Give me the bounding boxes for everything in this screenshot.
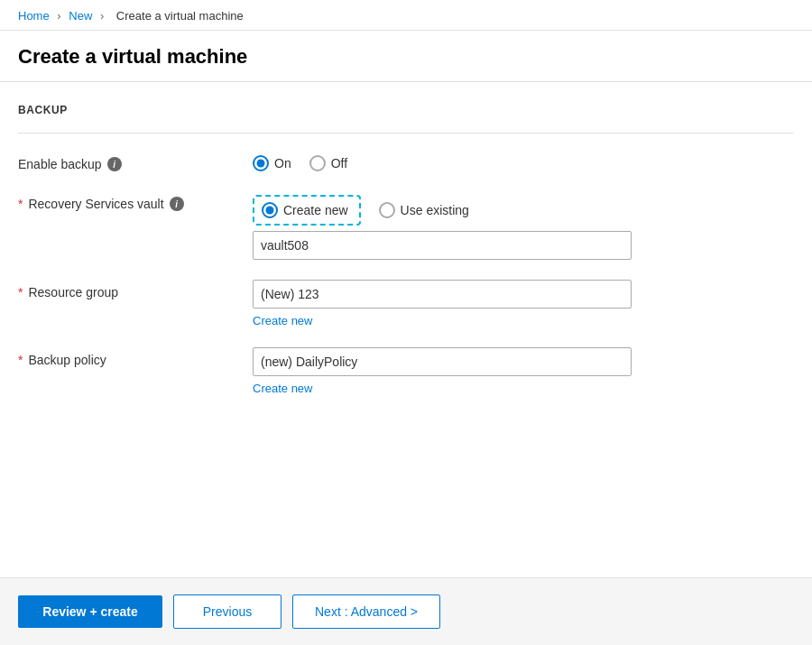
enable-backup-info-icon: i — [107, 157, 122, 171]
backup-policy-required: * — [18, 353, 23, 367]
section-divider — [18, 133, 794, 134]
recovery-vault-use-existing-option[interactable]: Use existing — [379, 202, 469, 218]
resource-group-input[interactable] — [253, 280, 632, 309]
resource-group-row: * Resource group Create new — [18, 280, 794, 327]
backup-policy-label: * Backup policy — [18, 347, 253, 367]
recovery-vault-control: Create new Use existing — [253, 191, 794, 260]
recovery-vault-use-existing-radio[interactable] — [379, 202, 395, 218]
breadcrumb-sep2: › — [100, 9, 107, 23]
breadcrumb: Home › New › Create a virtual machine — [0, 0, 812, 31]
recovery-vault-input[interactable] — [253, 231, 632, 260]
backup-policy-control: Create new — [253, 347, 794, 395]
recovery-vault-create-new-option[interactable]: Create new — [262, 202, 348, 218]
backup-policy-create-new-link[interactable]: Create new — [253, 382, 794, 395]
footer: Review + create Previous Next : Advanced… — [0, 577, 812, 645]
next-advanced-button[interactable]: Next : Advanced > — [292, 594, 440, 629]
resource-group-required: * — [18, 285, 23, 299]
breadcrumb-current: Create a virtual machine — [116, 9, 244, 23]
review-create-button[interactable]: Review + create — [18, 595, 162, 628]
main-content: BACKUP Enable backup i On Off * Recove — [0, 82, 812, 551]
enable-backup-off-radio[interactable] — [309, 155, 326, 171]
recovery-vault-create-new-radio[interactable] — [262, 202, 278, 218]
recovery-vault-create-new-label: Create new — [283, 203, 348, 217]
resource-group-create-new-link[interactable]: Create new — [253, 314, 794, 327]
recovery-vault-required: * — [18, 197, 23, 211]
enable-backup-control: On Off — [253, 152, 794, 171]
recovery-vault-create-new-box: Create new — [253, 195, 361, 226]
recovery-vault-radio-group: Create new Use existing — [253, 191, 794, 226]
enable-backup-on-option[interactable]: On — [253, 155, 291, 171]
backup-policy-input[interactable] — [253, 347, 632, 376]
previous-button[interactable]: Previous — [173, 594, 281, 629]
page-title: Create a virtual machine — [18, 45, 794, 69]
enable-backup-row: Enable backup i On Off — [18, 152, 794, 171]
breadcrumb-new[interactable]: New — [69, 9, 92, 23]
recovery-vault-info-icon: i — [170, 197, 184, 211]
resource-group-label: * Resource group — [18, 280, 253, 299]
enable-backup-off-option[interactable]: Off — [309, 155, 347, 171]
section-backup-label: BACKUP — [18, 104, 794, 116]
breadcrumb-home[interactable]: Home — [18, 9, 50, 23]
enable-backup-off-label: Off — [331, 156, 347, 170]
enable-backup-on-radio[interactable] — [253, 155, 269, 171]
enable-backup-label: Enable backup i — [18, 152, 253, 171]
backup-policy-row: * Backup policy Create new — [18, 347, 794, 395]
recovery-vault-row: * Recovery Services vault i Create new U… — [18, 191, 794, 260]
page-header: Create a virtual machine — [0, 31, 812, 82]
recovery-vault-label: * Recovery Services vault i — [18, 191, 253, 211]
recovery-vault-use-existing-label: Use existing — [401, 203, 469, 217]
enable-backup-radio-group: On Off — [253, 152, 794, 171]
resource-group-control: Create new — [253, 280, 794, 327]
breadcrumb-sep1: › — [57, 9, 64, 23]
enable-backup-on-label: On — [274, 156, 291, 170]
